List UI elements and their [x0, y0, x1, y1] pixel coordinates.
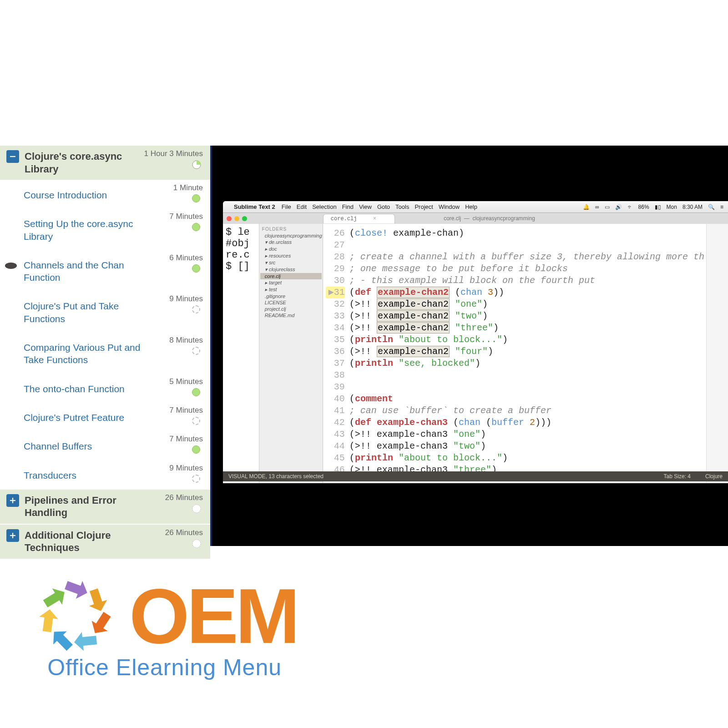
term-line: $ [] [226, 261, 256, 272]
lesson-item[interactable]: Transducers 9 Minutes [0, 461, 210, 490]
menu-item[interactable]: Goto [377, 203, 390, 210]
minimap[interactable] [706, 224, 728, 483]
editor-tab[interactable]: core.clj × [323, 214, 395, 223]
app-name: Sublime Text 2 [234, 203, 275, 210]
section-title: Clojure's core.async Library [25, 150, 138, 175]
section-title: Pipelines and Error Handling [25, 494, 138, 519]
file-node[interactable]: ▾ de.urclass [260, 239, 322, 246]
lesson-duration: 9 Minutes [169, 294, 203, 303]
section-duration: 1 Hour 3 Minutes [144, 149, 203, 158]
file-node[interactable]: ▸ target [260, 279, 322, 286]
section-duration: 26 Minutes [165, 493, 203, 502]
lesson-duration: 9 Minutes [169, 464, 203, 473]
volume-icon: 🔊 [615, 204, 622, 210]
close-icon[interactable] [227, 216, 232, 221]
file-node[interactable]: LICENSE [260, 299, 322, 306]
file-node[interactable]: ▾ clojureclass [260, 266, 322, 273]
status-dot-icon [192, 417, 200, 425]
code-area[interactable]: (close! example-chan) ; create a channel… [348, 224, 706, 483]
lesson-duration: 1 Minute [173, 183, 203, 192]
status-dot-icon [192, 194, 200, 202]
menu-item[interactable]: Window [439, 203, 460, 210]
file-node[interactable]: ▸ resources [260, 253, 322, 259]
menu-item[interactable]: Help [465, 203, 477, 210]
arrows-icon [32, 573, 118, 659]
lesson-title: Clojure's Put and Take Functions [24, 300, 147, 325]
tab-close-icon[interactable]: × [373, 216, 376, 222]
menu-item[interactable]: Selection [312, 203, 336, 210]
term-line: $ le [226, 227, 256, 238]
file-node[interactable]: ▸ doc [260, 246, 322, 253]
lesson-item[interactable]: Clojure's Putret Feature 7 Minutes [0, 403, 210, 432]
term-line: re.c [226, 249, 256, 261]
status-dot-icon [192, 305, 200, 313]
lesson-item[interactable]: Channel Buffers 7 Minutes [0, 432, 210, 460]
progress-pie-icon [192, 539, 201, 548]
course-nav: Clojure's core.async Library 1 Hour 3 Mi… [0, 146, 210, 546]
collapse-icon[interactable] [6, 150, 19, 163]
video-player[interactable]: Sublime Text 2 FileEditSelectionFindView… [210, 146, 728, 546]
section-title: Additional Clojure Techniques [25, 529, 138, 554]
lesson-title: Course Introduction [24, 189, 107, 201]
menu-icon: ≡ [720, 204, 723, 210]
file-node[interactable]: core.clj [260, 273, 322, 279]
minimize-icon[interactable] [234, 216, 239, 221]
lesson-item[interactable]: Setting Up the core.async Library 7 Minu… [0, 209, 210, 251]
lesson-title: Channel Buffers [24, 440, 92, 452]
code-editor[interactable]: core.clj × 2627282930▶313233343536373839… [323, 224, 728, 483]
bell-icon: 🔔 [583, 204, 590, 210]
expand-icon[interactable] [6, 494, 19, 507]
lesson-duration: 7 Minutes [169, 212, 203, 221]
terminal-panel: $ le#objre.c$ [] [223, 224, 259, 483]
lesson-duration: 8 Minutes [169, 336, 203, 345]
file-node[interactable]: ▾ src [260, 259, 322, 266]
term-line: #obj [226, 238, 256, 249]
lesson-title: Clojure's Putret Feature [24, 411, 124, 424]
lesson-title: Comparing Various Put and Take Functions [24, 341, 147, 366]
menu-item[interactable]: Project [415, 203, 433, 210]
svg-point-7 [192, 540, 201, 548]
lesson-item[interactable]: The onto-chan Function 5 Minutes [0, 374, 210, 403]
mac-desktop: Sublime Text 2 FileEditSelectionFindView… [223, 201, 728, 483]
file-sidebar[interactable]: FOLDERS clojureasyncprogramming ▾ de.urc… [259, 224, 323, 483]
expand-icon[interactable] [6, 529, 19, 542]
lesson-duration: 6 Minutes [169, 253, 203, 263]
menu-item[interactable]: Tools [395, 203, 409, 210]
menu-item[interactable]: File [282, 203, 291, 210]
status-lang[interactable]: Clojure [705, 473, 723, 480]
file-node[interactable]: ▸ test [260, 286, 322, 293]
menu-item[interactable]: Find [342, 203, 354, 210]
brand-logo: OEM Office Elearning Menu [32, 571, 297, 681]
lesson-duration: 5 Minutes [169, 377, 203, 386]
status-tabsize[interactable]: Tab Size: 4 [664, 473, 691, 480]
status-dot-icon [192, 475, 200, 483]
window-chrome: core.clj — clojureasyncprogramming [223, 213, 728, 224]
progress-pie-icon [192, 160, 201, 169]
infinity-icon: ∞ [595, 204, 599, 210]
file-node[interactable]: README.md [260, 312, 322, 318]
file-node[interactable]: .gitignore [260, 293, 322, 299]
status-mode: VISUAL MODE, 13 characters selected [228, 473, 324, 480]
status-dot-icon [192, 347, 200, 355]
lesson-title: Transducers [24, 469, 76, 481]
section-header-collapsed[interactable]: Pipelines and Error Handling 26 Minutes [0, 490, 210, 525]
section-header-collapsed[interactable]: Additional Clojure Techniques 26 Minutes [0, 525, 210, 560]
zoom-icon[interactable] [242, 216, 247, 221]
file-node[interactable]: clojureasyncprogramming [260, 233, 322, 239]
lesson-item[interactable]: Clojure's Put and Take Functions 9 Minut… [0, 292, 210, 333]
svg-point-4 [192, 505, 201, 513]
search-icon: 🔍 [708, 204, 715, 210]
lesson-item[interactable]: Channels and the Chan Function 6 Minutes [0, 251, 210, 292]
mac-menubar: Sublime Text 2 FileEditSelectionFindView… [223, 201, 728, 213]
line-gutter: 2627282930▶31323334353637383940414243444… [323, 224, 348, 483]
lesson-item[interactable]: Comparing Various Put and Take Functions… [0, 333, 210, 374]
section-header-expanded[interactable]: Clojure's core.async Library 1 Hour 3 Mi… [0, 146, 210, 181]
lesson-item[interactable]: Course Introduction 1 Minute [0, 181, 210, 209]
editor-statusbar: VISUAL MODE, 13 characters selected Tab … [223, 471, 728, 481]
menu-item[interactable]: View [359, 203, 372, 210]
traffic-lights[interactable] [227, 216, 247, 221]
sidebar-header: FOLDERS [260, 226, 322, 233]
menu-item[interactable]: Edit [297, 203, 307, 210]
window-title-file: core.clj [444, 215, 461, 222]
file-node[interactable]: project.clj [260, 306, 322, 312]
